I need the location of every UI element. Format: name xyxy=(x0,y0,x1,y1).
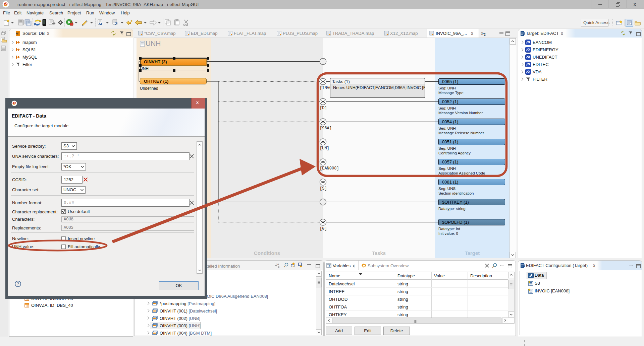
svg-text:z: z xyxy=(278,265,279,268)
